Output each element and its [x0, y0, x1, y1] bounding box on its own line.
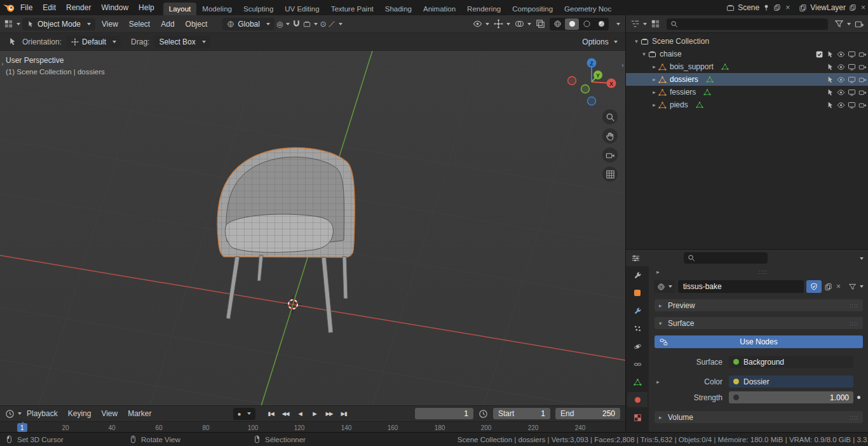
viewlayer-selector[interactable]: ViewLayer × — [795, 3, 868, 12]
expand-icon[interactable]: ▸ — [654, 379, 662, 385]
overlays-dropdown[interactable] — [515, 19, 531, 29]
editor-type-button[interactable] — [4, 19, 20, 29]
viewport-canvas[interactable]: Z Y X User Perspective (1) Scene Collect… — [0, 51, 625, 405]
falloff-button[interactable] — [328, 20, 342, 28]
orientation-default-dropdown[interactable]: Default — [67, 36, 121, 48]
drag-dropdown[interactable]: Select Box — [154, 36, 210, 48]
preview-panel-header[interactable]: ▸ Preview :::: — [654, 299, 863, 311]
menu-file[interactable]: File — [15, 0, 37, 15]
close-icon[interactable]: × — [784, 3, 791, 12]
jump-to-end-button[interactable]: ▶▮ — [337, 410, 351, 417]
outliner-row-object-selected[interactable]: ▸ dossiers — [626, 73, 868, 86]
disclosure-icon[interactable]: ▾ — [632, 38, 641, 44]
tab-constraints[interactable] — [627, 356, 648, 372]
new-viewlayer-icon[interactable] — [849, 4, 857, 11]
tab-modeling[interactable]: Modeling — [196, 3, 238, 15]
tab-shading[interactable]: Shading — [379, 3, 417, 15]
timeline-editor-type-button[interactable] — [5, 409, 22, 419]
properties-editor-icon[interactable] — [631, 253, 641, 263]
tab-sculpting[interactable]: Sculpting — [238, 3, 279, 15]
tab-texture-paint[interactable]: Texture Paint — [325, 3, 379, 15]
proportional-editing-icon[interactable]: ⊙ — [320, 20, 326, 28]
snap-magnet-icon[interactable] — [292, 19, 301, 29]
drag-handle-icon[interactable]: :::: — [758, 269, 767, 275]
tab-uv-editing[interactable]: UV Editing — [279, 3, 325, 15]
chair-model[interactable] — [217, 148, 355, 333]
outliner-row-object[interactable]: ▸ fessiers — [626, 86, 868, 98]
render-disable-icon[interactable] — [858, 88, 867, 97]
previous-keyframe-button[interactable]: ◀◀ — [279, 410, 292, 417]
pivot-point-button[interactable]: ◎ — [276, 20, 290, 28]
display-mode-icon[interactable] — [651, 19, 660, 29]
tab-texture[interactable] — [627, 410, 648, 425]
close-icon[interactable]: × — [860, 3, 867, 12]
menu-edit[interactable]: Edit — [37, 0, 61, 15]
axis-neg-y-handle[interactable] — [581, 85, 590, 93]
render-disable-icon[interactable] — [858, 101, 867, 109]
use-nodes-button[interactable]: Use Nodes — [654, 335, 863, 348]
strength-slider[interactable]: 1.000 — [729, 391, 853, 403]
pan-button[interactable] — [602, 128, 618, 144]
tab-modifiers[interactable] — [627, 303, 648, 318]
disclosure-icon[interactable]: ▸ — [650, 76, 658, 83]
tab-tool[interactable] — [627, 267, 648, 283]
outliner-row-object[interactable]: ▸ bois_support — [626, 60, 868, 73]
tab-layout[interactable]: Layout — [163, 3, 197, 15]
outliner-filter-button[interactable] — [834, 19, 851, 29]
menu-render[interactable]: Render — [61, 0, 96, 15]
snap-target-button[interactable] — [303, 20, 318, 28]
material-specials-button[interactable] — [848, 283, 864, 291]
shading-wireframe-button[interactable] — [550, 18, 564, 30]
menu-marker[interactable]: Marker — [123, 409, 156, 418]
menu-help[interactable]: Help — [133, 0, 159, 15]
hide-eye-icon[interactable] — [837, 88, 845, 97]
disclosure-icon[interactable]: ▸ — [650, 102, 658, 108]
shading-solid-button[interactable] — [565, 18, 579, 30]
ortho-toggle-button[interactable] — [602, 166, 618, 182]
menu-view-timeline[interactable]: View — [96, 409, 123, 418]
play-reverse-button[interactable]: ◀ — [294, 410, 307, 417]
surface-panel-header[interactable]: ▾ Surface :::: — [654, 317, 863, 329]
tab-physics[interactable] — [627, 339, 648, 354]
disclosure-icon[interactable]: ▸ — [650, 89, 658, 95]
outliner-row-chaise[interactable]: ▾ chaise — [626, 48, 868, 60]
breadcrumb-expand-icon[interactable]: ▸ — [654, 269, 662, 275]
outliner-search-input[interactable] — [667, 18, 828, 30]
tab-particles[interactable] — [627, 321, 648, 336]
surface-shader-dropdown[interactable]: Background — [729, 356, 853, 368]
tab-rendering[interactable]: Rendering — [461, 3, 506, 15]
jump-to-start-button[interactable]: ▮◀ — [264, 410, 278, 417]
camera-view-button[interactable] — [602, 147, 618, 163]
selectable-icon[interactable] — [826, 50, 834, 58]
hide-eye-icon[interactable] — [837, 101, 845, 109]
disclosure-icon[interactable]: ▾ — [640, 51, 648, 57]
menu-keying[interactable]: Keying — [63, 409, 97, 418]
unlink-material-button[interactable]: × — [835, 282, 842, 291]
hide-eye-icon[interactable] — [837, 63, 845, 71]
render-disable-icon[interactable] — [858, 50, 867, 58]
zoom-button[interactable] — [602, 109, 618, 125]
render-disable-icon[interactable] — [858, 76, 867, 84]
browse-material-button[interactable] — [654, 280, 675, 293]
viewport-disable-icon[interactable] — [848, 88, 856, 97]
viewport-disable-icon[interactable] — [848, 101, 856, 109]
blender-logo[interactable] — [3, 3, 15, 13]
viewport-disable-icon[interactable] — [848, 50, 856, 58]
xray-toggle[interactable] — [536, 19, 545, 29]
axis-neg-z-handle[interactable] — [588, 97, 596, 105]
viewport-disable-icon[interactable] — [848, 63, 856, 71]
orientation-dropdown[interactable]: Global — [222, 18, 275, 30]
tab-compositing[interactable]: Compositing — [506, 3, 559, 15]
end-frame-field[interactable]: End 250 — [555, 408, 620, 419]
playhead-frame-badge[interactable]: 1 — [17, 423, 27, 432]
menu-view[interactable]: View — [97, 20, 123, 29]
play-button[interactable]: ▶ — [308, 410, 322, 417]
volume-panel-header[interactable]: ▸ Volume :::: — [654, 411, 863, 423]
properties-search-input[interactable] — [684, 252, 768, 264]
menu-add[interactable]: Add — [156, 20, 179, 29]
toolbar-expand-icon[interactable]: › — [1, 60, 4, 67]
copy-material-button[interactable] — [824, 283, 832, 291]
selectable-icon[interactable] — [826, 63, 834, 71]
current-frame-field[interactable]: 1 — [415, 408, 473, 419]
color-input[interactable]: Dossier — [729, 375, 853, 388]
